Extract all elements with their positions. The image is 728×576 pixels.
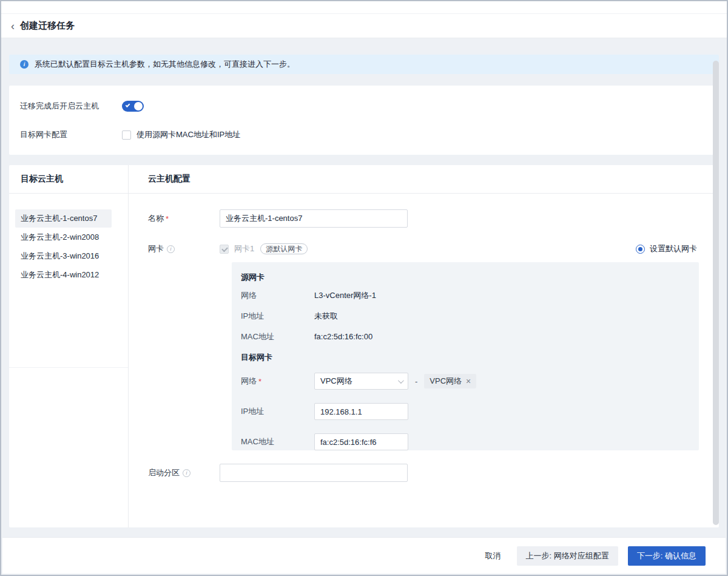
use-source-mac-ip-checkbox[interactable] <box>122 130 131 140</box>
target-ip-row: IP地址 <box>241 403 699 420</box>
network-dash: - <box>415 377 417 386</box>
next-step-button[interactable]: 下一步: 确认信息 <box>628 546 706 566</box>
source-ip-value: 未获取 <box>314 311 338 322</box>
target-mac-label: MAC地址 <box>241 436 314 447</box>
target-network-label: 网络 * <box>241 376 314 387</box>
nic-info-icon[interactable]: i <box>167 245 175 253</box>
power-on-row: 迁移完成后开启云主机 <box>20 101 708 112</box>
vm-list-item[interactable]: 业务云主机-2-win2008 <box>15 228 112 246</box>
source-network-value: L3-vCenter网络-1 <box>314 290 376 301</box>
boot-partition-row: 启动分区 i <box>148 464 697 482</box>
boot-partition-info-icon[interactable]: i <box>183 469 190 477</box>
vm-list-item[interactable]: 业务云主机-4-win2012 <box>15 266 112 284</box>
target-mac-input[interactable] <box>314 433 408 450</box>
source-default-nic-badge: 源默认网卡 <box>260 243 308 254</box>
vm-config-form: 名称 * 网卡 i 网卡1 源默认网卡 <box>129 194 719 527</box>
target-mac-row: MAC地址 <box>241 433 699 450</box>
cancel-button[interactable]: 取消 <box>482 546 505 566</box>
power-on-toggle[interactable] <box>122 101 144 112</box>
vertical-scrollbar[interactable] <box>713 61 719 525</box>
source-ip-row: IP地址 未获取 <box>241 311 699 322</box>
target-vms-title: 目标云主机 <box>9 165 129 193</box>
vm-list-item[interactable]: 业务云主机-3-win2016 <box>15 247 112 265</box>
nic-label-text: 网卡 <box>148 243 164 254</box>
nic-label: 网卡 i <box>148 243 220 254</box>
target-nic-config-row: 目标网卡配置 使用源网卡MAC地址和IP地址 <box>20 129 708 140</box>
required-mark: * <box>166 214 169 223</box>
vm-config-card: 目标云主机 云主机配置 业务云主机-1-centos7 业务云主机-2-win2… <box>9 165 719 527</box>
boot-partition-label: 启动分区 i <box>148 467 220 478</box>
target-nic-config-label: 目标网卡配置 <box>20 129 122 140</box>
target-network-label-text: 网络 <box>241 376 257 387</box>
toggle-knob <box>134 102 143 110</box>
selected-network-tag-label: VPC网络 <box>430 376 462 387</box>
nic-row: 网卡 i 网卡1 源默认网卡 设置默认网卡 <box>148 243 697 254</box>
target-ip-input[interactable] <box>314 403 408 420</box>
footer-bar: 取消 上一步: 网络对应组配置 下一步: 确认信息 <box>2 537 726 574</box>
source-mac-row: MAC地址 fa:c2:5d:16:fc:00 <box>241 331 699 342</box>
target-vm-list: 业务云主机-1-centos7 业务云主机-2-win2008 业务云主机-3-… <box>9 209 128 368</box>
vm-config-card-body: 业务云主机-1-centos7 业务云主机-2-win2008 业务云主机-3-… <box>9 194 719 527</box>
nic-detail-panel: 源网卡 网络 L3-vCenter网络-1 IP地址 未获取 MAC地址 fa:… <box>232 262 699 450</box>
vm-list-item[interactable]: 业务云主机-1-centos7 <box>15 209 112 228</box>
use-source-mac-ip-label[interactable]: 使用源网卡MAC地址和IP地址 <box>136 129 240 140</box>
chevron-down-icon <box>398 378 404 384</box>
target-network-selected-value: VPC网络 <box>320 376 352 387</box>
set-default-nic-radio[interactable]: 设置默认网卡 <box>636 243 697 254</box>
target-network-row: 网络 * VPC网络 - VPC网络 × <box>241 373 699 390</box>
vm-config-title: 云主机配置 <box>129 165 719 193</box>
prev-step-button[interactable]: 上一步: 网络对应组配置 <box>517 546 618 566</box>
app-top-strip <box>1 1 727 14</box>
name-row: 名称 * <box>148 209 697 228</box>
source-network-row: 网络 L3-vCenter网络-1 <box>241 290 699 301</box>
required-mark: * <box>258 377 261 386</box>
source-nic-title: 源网卡 <box>241 272 699 283</box>
info-icon: i <box>20 60 29 69</box>
name-label: 名称 * <box>148 213 220 224</box>
source-mac-label: MAC地址 <box>241 331 314 342</box>
set-default-nic-label: 设置默认网卡 <box>650 243 697 254</box>
source-ip-label: IP地址 <box>241 311 314 322</box>
page-header: ‹ 创建迁移任务 <box>1 14 727 38</box>
source-network-label: 网络 <box>241 290 314 301</box>
nic1-group: 网卡1 源默认网卡 <box>220 243 636 254</box>
target-ip-label: IP地址 <box>241 406 314 417</box>
main-content: i 系统已默认配置目标云主机参数，如无其他信息修改，可直接进入下一步。 迁移完成… <box>1 38 727 537</box>
nic1-label: 网卡1 <box>234 243 254 254</box>
boot-partition-input[interactable] <box>220 464 408 482</box>
nic1-checkbox <box>220 245 229 254</box>
name-input[interactable] <box>220 209 408 228</box>
source-mac-value: fa:c2:5d:16:fc:00 <box>314 331 372 342</box>
check-icon <box>126 103 130 107</box>
name-label-text: 名称 <box>148 213 164 224</box>
info-banner-text: 系统已默认配置目标云主机参数，如无其他信息修改，可直接进入下一步。 <box>35 59 295 70</box>
migration-options-card: 迁移完成后开启云主机 目标网卡配置 使用源网卡MAC地址和IP地址 <box>9 86 719 155</box>
power-on-label: 迁移完成后开启云主机 <box>20 101 122 112</box>
target-nic-title: 目标网卡 <box>241 352 699 363</box>
target-network-select[interactable]: VPC网络 <box>314 373 408 390</box>
back-chevron-icon[interactable]: ‹ <box>11 21 15 32</box>
vm-config-card-header: 目标云主机 云主机配置 <box>9 165 719 194</box>
info-banner: i 系统已默认配置目标云主机参数，如无其他信息修改，可直接进入下一步。 <box>9 55 719 74</box>
close-icon[interactable]: × <box>466 377 471 385</box>
target-vm-list-panel: 业务云主机-1-centos7 业务云主机-2-win2008 业务云主机-3-… <box>9 194 129 527</box>
boot-partition-label-text: 启动分区 <box>148 467 180 478</box>
radio-icon <box>636 245 645 254</box>
radio-dot <box>638 247 642 251</box>
page-title: 创建迁移任务 <box>20 20 75 32</box>
selected-network-tag: VPC网络 × <box>424 374 476 388</box>
